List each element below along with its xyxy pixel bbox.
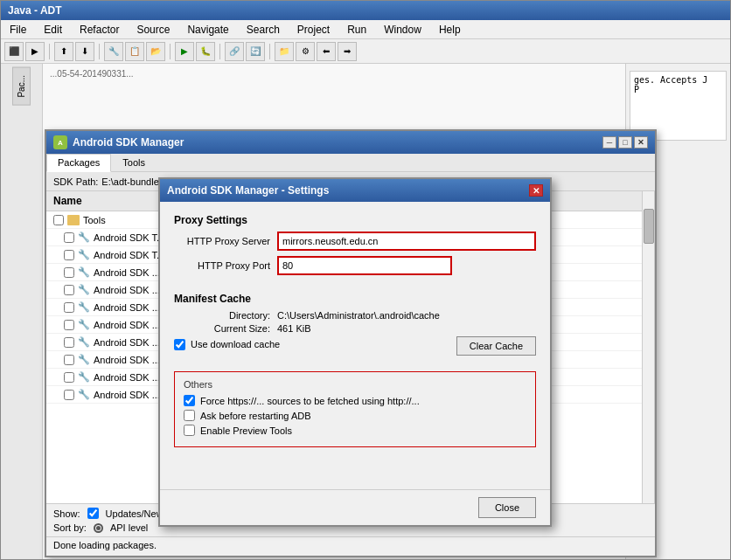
toolbar-btn-2[interactable]: ▶ (25, 42, 45, 61)
pkg-checkbox-0[interactable] (64, 232, 74, 243)
pkg-checkbox-2[interactable] (64, 267, 74, 278)
enable-preview-checkbox[interactable] (184, 425, 195, 436)
toolbar-btn-debug[interactable]: 🐛 (196, 42, 215, 61)
wrench-icon-5: 🔧 (78, 319, 90, 330)
left-panel-tab-packages[interactable]: Pac... (12, 67, 31, 106)
proxy-server-label: HTTP Proxy Server (174, 236, 270, 246)
ide-menubar: File Edit Refactor Source Navigate Searc… (1, 20, 730, 39)
ask-restart-row: Ask before restarting ADB (184, 410, 526, 421)
ask-restart-checkbox[interactable] (184, 410, 195, 421)
pkg-name-4: Android SDK ... (94, 302, 160, 313)
ide-body: Pac... ...05-54-201490331... ▶ SetDefaul… (1, 64, 730, 559)
pkg-checkbox-9[interactable] (64, 390, 74, 400)
sdk-status: Done loading packages. (46, 536, 655, 556)
console-text-1: ges. Accepts J (634, 75, 722, 85)
tab-tools[interactable]: Tools (111, 154, 157, 171)
use-download-label: Use download cache (191, 339, 280, 349)
wrench-icon-1: 🔧 (78, 249, 90, 260)
left-panel: Pac... (1, 64, 43, 559)
menu-refactor[interactable]: Refactor (74, 22, 124, 38)
pkg-name-0: Android SDK T... (94, 232, 164, 243)
clear-cache-button[interactable]: Clear Cache (456, 336, 536, 356)
dialog-titlebar: Android SDK Manager - Settings ✕ (160, 179, 550, 202)
bg-text: ...05-54-201490331... (46, 67, 622, 80)
toolbar-separator-5 (269, 44, 270, 59)
sort-radio[interactable] (94, 523, 103, 533)
proxy-server-row: HTTP Proxy Server (174, 232, 536, 251)
wrench-icon-0: 🔧 (78, 232, 90, 243)
proxy-port-label: HTTP Proxy Port (174, 260, 270, 271)
pkg-checkbox-5[interactable] (64, 320, 74, 330)
pkg-name-3: Android SDK ... (94, 285, 160, 295)
manifest-cache-section: Manifest Cache Directory: C:\Users\Admin… (174, 293, 536, 359)
updates-new-checkbox[interactable] (87, 508, 99, 519)
menu-help[interactable]: Help (434, 22, 466, 38)
toolbar-btn-10[interactable]: 📁 (275, 42, 294, 61)
force-https-row: Force https://... sources to be fetched … (184, 395, 526, 406)
sdk-tabs: Packages Tools (46, 154, 655, 172)
pkg-checkbox-8[interactable] (64, 372, 74, 383)
menu-project[interactable]: Project (292, 22, 335, 38)
toolbar-btn-6[interactable]: 📋 (125, 42, 144, 61)
pkg-checkbox-tools[interactable] (53, 215, 64, 225)
menu-edit[interactable]: Edit (38, 22, 67, 38)
pkg-name-1: Android SDK T... (94, 250, 164, 260)
toolbar-btn-3[interactable]: ⬆ (54, 42, 73, 61)
pkg-checkbox-6[interactable] (64, 337, 74, 348)
toolbar-btn-1[interactable]: ⬛ (4, 42, 24, 61)
others-section: Others Force https://... sources to be f… (174, 371, 536, 447)
toolbar-btn-13[interactable]: ➡ (338, 42, 357, 61)
manifest-cache-title: Manifest Cache (174, 293, 536, 305)
scrollbar-vert[interactable] (642, 191, 654, 503)
pkg-name-8: Android SDK ... (94, 372, 160, 383)
wrench-icon-2: 🔧 (78, 266, 90, 278)
menu-window[interactable]: Window (379, 22, 427, 38)
toolbar-btn-12[interactable]: ⬅ (317, 42, 336, 61)
pkg-name-5: Android SDK ... (94, 320, 160, 330)
menu-source[interactable]: Source (131, 22, 175, 38)
console-text-2: P (634, 85, 722, 94)
sdk-manager-title: Android SDK Manager (73, 136, 184, 149)
toolbar-btn-9[interactable]: 🔄 (246, 42, 265, 61)
dialog-close-x-btn[interactable]: ✕ (529, 184, 543, 197)
pkg-checkbox-3[interactable] (64, 285, 74, 295)
ide-toolbar: ⬛ ▶ ⬆ ⬇ 🔧 📋 📂 ▶ 🐛 🔗 🔄 📁 ⚙ ⬅ ➡ (1, 39, 730, 64)
menu-file[interactable]: File (4, 22, 31, 38)
wrench-icon-8: 🔧 (78, 371, 90, 383)
toolbar-separator-1 (49, 44, 50, 59)
proxy-server-input[interactable] (277, 232, 536, 251)
ask-restart-label: Ask before restarting ADB (200, 411, 311, 421)
sdk-minimize-btn[interactable]: ─ (602, 136, 616, 149)
pkg-checkbox-4[interactable] (64, 302, 74, 313)
sort-label: Sort by: (53, 522, 87, 533)
use-download-checkbox[interactable] (174, 339, 185, 350)
dialog-close-button[interactable]: Close (478, 497, 536, 518)
toolbar-btn-run[interactable]: ▶ (175, 42, 194, 61)
scrollbar-thumb[interactable] (644, 209, 654, 244)
menu-search[interactable]: Search (241, 22, 285, 38)
toolbar-btn-11[interactable]: ⚙ (296, 42, 315, 61)
proxy-port-row: HTTP Proxy Port (174, 256, 536, 275)
tab-packages[interactable]: Packages (46, 154, 111, 172)
menu-run[interactable]: Run (342, 22, 372, 38)
toolbar-btn-7[interactable]: 📂 (146, 42, 165, 61)
force-https-checkbox[interactable] (184, 395, 195, 406)
pkg-checkbox-1[interactable] (64, 250, 74, 260)
toolbar-separator-2 (99, 44, 100, 59)
ide-window: Java - ADT File Edit Refactor Source Nav… (0, 0, 731, 560)
proxy-port-input[interactable] (277, 256, 452, 275)
toolbar-btn-5[interactable]: 🔧 (104, 42, 123, 61)
use-download-row: Use download cache Clear Cache (174, 336, 536, 356)
pkg-name-tools: Tools (83, 215, 106, 225)
pkg-name-9: Android SDK ... (94, 390, 160, 400)
directory-row: Directory: C:\Users\Administrator\.andro… (174, 310, 536, 321)
pkg-checkbox-7[interactable] (64, 355, 74, 365)
toolbar-btn-8[interactable]: 🔗 (225, 42, 244, 61)
wrench-icon-4: 🔧 (78, 301, 90, 313)
sdk-maximize-btn[interactable]: □ (618, 136, 632, 149)
toolbar-btn-4[interactable]: ⬇ (75, 42, 94, 61)
menu-navigate[interactable]: Navigate (182, 22, 233, 38)
sdk-close-btn[interactable]: ✕ (634, 136, 648, 149)
proxy-settings-title: Proxy Settings (174, 214, 536, 226)
sdk-manager-titlebar: A Android SDK Manager ─ □ ✕ (46, 131, 655, 154)
